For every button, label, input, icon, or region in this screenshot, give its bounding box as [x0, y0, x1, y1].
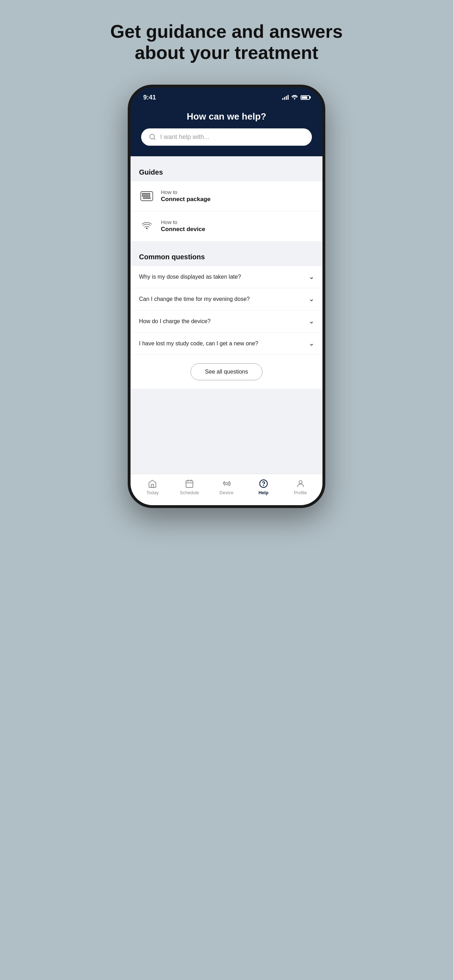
see-all-container: See all questions — [130, 355, 323, 389]
nav-item-schedule[interactable]: Schedule — [175, 479, 203, 495]
nav-label-help: Help — [259, 490, 269, 495]
bottom-nav: Today Schedule Device — [130, 474, 323, 505]
search-icon — [149, 134, 156, 140]
see-all-button[interactable]: See all questions — [191, 363, 262, 380]
svg-rect-11 — [143, 197, 150, 199]
signal-icon — [282, 95, 289, 100]
chevron-down-icon-1: ⌄ — [309, 273, 314, 281]
svg-rect-5 — [146, 193, 148, 194]
guide-item-connect-device[interactable]: How to Connect device — [130, 211, 323, 241]
svg-point-19 — [263, 485, 264, 485]
questions-section: Common questions Why is my dose displaye… — [130, 247, 323, 389]
nav-item-device[interactable]: Device — [212, 479, 241, 495]
guide-item-connect-package[interactable]: How to Connect package — [130, 181, 323, 211]
search-placeholder: I want help with... — [160, 134, 209, 141]
question-text-3: How do I charge the device? — [139, 318, 309, 325]
question-text-1: Why is my dose displayed as taken late? — [139, 274, 309, 280]
page-headline: Get guidance and answers about your trea… — [103, 21, 350, 64]
chevron-down-icon-2: ⌄ — [309, 295, 314, 303]
guides-title: Guides — [139, 168, 163, 176]
question-item-3[interactable]: How do I charge the device? ⌄ — [130, 310, 323, 332]
content-area: Guides — [130, 156, 323, 474]
question-text-2: Can I change the time for my evening dos… — [139, 296, 309, 302]
nav-item-today[interactable]: Today — [138, 479, 167, 495]
profile-icon — [296, 479, 305, 488]
question-text-4: I have lost my study code, can I get a n… — [139, 340, 309, 347]
chevron-down-icon-3: ⌄ — [309, 318, 314, 325]
svg-rect-7 — [142, 196, 144, 196]
battery-icon — [300, 95, 310, 100]
calendar-icon — [185, 479, 194, 488]
search-bar[interactable]: I want help with... — [141, 129, 312, 146]
nav-label-schedule: Schedule — [180, 490, 199, 495]
keyboard-icon — [139, 188, 154, 204]
guide-subtitle-1: How to — [161, 189, 211, 195]
svg-rect-9 — [146, 196, 148, 196]
guide-subtitle-2: How to — [161, 219, 205, 225]
nav-label-today: Today — [146, 490, 159, 495]
wifi-guide-icon — [139, 218, 154, 234]
device-icon — [222, 479, 231, 488]
svg-rect-6 — [149, 193, 150, 194]
guide-text-device: How to Connect device — [161, 219, 205, 233]
svg-rect-12 — [151, 484, 154, 488]
guides-section: Guides — [130, 162, 323, 241]
svg-line-1 — [154, 138, 155, 140]
svg-rect-10 — [149, 196, 150, 196]
nav-item-profile[interactable]: Profile — [286, 479, 315, 495]
guides-list: How to Connect package — [130, 181, 323, 241]
svg-point-17 — [226, 482, 228, 485]
phone-frame: 9:41 How can we help? I want help wit — [128, 85, 325, 508]
svg-point-20 — [299, 480, 302, 484]
status-bar: 9:41 — [130, 88, 323, 104]
guide-text-package: How to Connect package — [161, 189, 211, 203]
app-header: How can we help? I want help with... — [130, 104, 323, 156]
header-title: How can we help? — [187, 111, 266, 122]
wifi-status-icon — [291, 95, 298, 100]
question-item-1[interactable]: Why is my dose displayed as taken late? … — [130, 266, 323, 288]
questions-header: Common questions — [130, 247, 323, 266]
guide-title-1: Connect package — [161, 196, 211, 203]
nav-label-profile: Profile — [294, 490, 307, 495]
chevron-down-icon-4: ⌄ — [309, 340, 314, 347]
svg-rect-4 — [144, 193, 146, 194]
svg-rect-8 — [144, 196, 146, 196]
home-icon — [148, 479, 157, 488]
svg-rect-3 — [142, 193, 144, 194]
nav-label-device: Device — [219, 490, 234, 495]
guides-header: Guides — [130, 162, 323, 181]
status-icons — [282, 95, 310, 100]
svg-rect-2 — [141, 192, 153, 201]
question-item-2[interactable]: Can I change the time for my evening dos… — [130, 288, 323, 310]
help-icon — [259, 479, 268, 488]
question-item-4[interactable]: I have lost my study code, can I get a n… — [130, 332, 323, 355]
svg-rect-13 — [186, 480, 193, 488]
status-time: 9:41 — [143, 94, 156, 101]
guide-title-2: Connect device — [161, 226, 205, 233]
nav-item-help[interactable]: Help — [250, 479, 278, 495]
questions-title: Common questions — [139, 253, 205, 261]
